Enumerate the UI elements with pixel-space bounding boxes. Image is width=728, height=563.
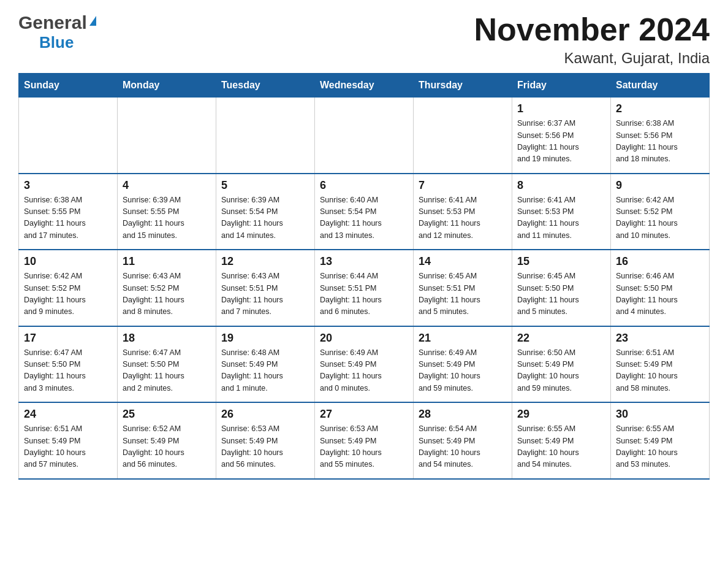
logo-general-text: General: [18, 12, 87, 33]
table-row: 8Sunrise: 6:41 AM Sunset: 5:53 PM Daylig…: [512, 174, 611, 250]
table-row: 22Sunrise: 6:50 AM Sunset: 5:49 PM Dayli…: [512, 326, 611, 403]
day-info: Sunrise: 6:49 AM Sunset: 5:49 PM Dayligh…: [320, 347, 408, 395]
header-monday: Monday: [118, 74, 216, 98]
table-row: [216, 98, 315, 174]
day-number: 13: [320, 255, 408, 268]
day-info: Sunrise: 6:55 AM Sunset: 5:49 PM Dayligh…: [616, 423, 704, 471]
weekday-header-row: Sunday Monday Tuesday Wednesday Thursday…: [19, 74, 710, 98]
day-info: Sunrise: 6:44 AM Sunset: 5:51 PM Dayligh…: [320, 270, 408, 318]
day-number: 22: [517, 332, 605, 345]
table-row: 12Sunrise: 6:43 AM Sunset: 5:51 PM Dayli…: [216, 250, 315, 326]
calendar-week-row: 17Sunrise: 6:47 AM Sunset: 5:50 PM Dayli…: [19, 326, 710, 403]
table-row: 5Sunrise: 6:39 AM Sunset: 5:54 PM Daylig…: [216, 174, 315, 250]
table-row: 27Sunrise: 6:53 AM Sunset: 5:49 PM Dayli…: [315, 402, 414, 479]
table-row: 4Sunrise: 6:39 AM Sunset: 5:55 PM Daylig…: [118, 174, 216, 250]
table-row: 21Sunrise: 6:49 AM Sunset: 5:49 PM Dayli…: [414, 326, 512, 403]
day-info: Sunrise: 6:41 AM Sunset: 5:53 PM Dayligh…: [419, 194, 507, 242]
day-info: Sunrise: 6:42 AM Sunset: 5:52 PM Dayligh…: [616, 194, 704, 242]
table-row: [118, 98, 216, 174]
day-info: Sunrise: 6:54 AM Sunset: 5:49 PM Dayligh…: [419, 423, 507, 471]
day-info: Sunrise: 6:43 AM Sunset: 5:51 PM Dayligh…: [221, 270, 309, 318]
day-info: Sunrise: 6:52 AM Sunset: 5:49 PM Dayligh…: [123, 423, 211, 471]
day-number: 3: [24, 179, 112, 192]
day-number: 6: [320, 179, 408, 192]
table-row: 1Sunrise: 6:37 AM Sunset: 5:56 PM Daylig…: [512, 98, 611, 174]
table-row: 2Sunrise: 6:38 AM Sunset: 5:56 PM Daylig…: [611, 98, 710, 174]
table-row: 16Sunrise: 6:46 AM Sunset: 5:50 PM Dayli…: [611, 250, 710, 326]
day-number: 24: [24, 408, 112, 421]
calendar-header: Sunday Monday Tuesday Wednesday Thursday…: [19, 74, 710, 98]
table-row: 14Sunrise: 6:45 AM Sunset: 5:51 PM Dayli…: [414, 250, 512, 326]
table-row: 13Sunrise: 6:44 AM Sunset: 5:51 PM Dayli…: [315, 250, 414, 326]
calendar-body: 1Sunrise: 6:37 AM Sunset: 5:56 PM Daylig…: [19, 98, 710, 479]
table-row: 25Sunrise: 6:52 AM Sunset: 5:49 PM Dayli…: [118, 402, 216, 479]
header-sunday: Sunday: [19, 74, 118, 98]
calendar-title-block: November 2024 Kawant, Gujarat, India: [474, 12, 710, 67]
header-thursday: Thursday: [414, 74, 512, 98]
table-row: 23Sunrise: 6:51 AM Sunset: 5:49 PM Dayli…: [611, 326, 710, 403]
table-row: 10Sunrise: 6:42 AM Sunset: 5:52 PM Dayli…: [19, 250, 118, 326]
day-info: Sunrise: 6:47 AM Sunset: 5:50 PM Dayligh…: [24, 347, 112, 395]
day-number: 20: [320, 332, 408, 345]
day-info: Sunrise: 6:39 AM Sunset: 5:54 PM Dayligh…: [221, 194, 309, 242]
table-row: 28Sunrise: 6:54 AM Sunset: 5:49 PM Dayli…: [414, 402, 512, 479]
day-number: 5: [221, 179, 309, 192]
table-row: 17Sunrise: 6:47 AM Sunset: 5:50 PM Dayli…: [19, 326, 118, 403]
day-info: Sunrise: 6:41 AM Sunset: 5:53 PM Dayligh…: [517, 194, 605, 242]
table-row: 7Sunrise: 6:41 AM Sunset: 5:53 PM Daylig…: [414, 174, 512, 250]
logo-triangle-icon: [89, 16, 96, 26]
table-row: [315, 98, 414, 174]
table-row: 3Sunrise: 6:38 AM Sunset: 5:55 PM Daylig…: [19, 174, 118, 250]
header-wednesday: Wednesday: [315, 74, 414, 98]
table-row: [19, 98, 118, 174]
table-row: 20Sunrise: 6:49 AM Sunset: 5:49 PM Dayli…: [315, 326, 414, 403]
table-row: 26Sunrise: 6:53 AM Sunset: 5:49 PM Dayli…: [216, 402, 315, 479]
page-header: General Blue November 2024 Kawant, Gujar…: [18, 12, 710, 67]
table-row: 15Sunrise: 6:45 AM Sunset: 5:50 PM Dayli…: [512, 250, 611, 326]
table-row: 30Sunrise: 6:55 AM Sunset: 5:49 PM Dayli…: [611, 402, 710, 479]
logo-blue-text: Blue: [39, 33, 74, 52]
header-tuesday: Tuesday: [216, 74, 315, 98]
calendar-table: Sunday Monday Tuesday Wednesday Thursday…: [18, 73, 710, 480]
day-number: 4: [123, 179, 211, 192]
calendar-subtitle: Kawant, Gujarat, India: [474, 50, 710, 67]
day-number: 27: [320, 408, 408, 421]
day-number: 9: [616, 179, 704, 192]
day-info: Sunrise: 6:53 AM Sunset: 5:49 PM Dayligh…: [320, 423, 408, 471]
day-info: Sunrise: 6:55 AM Sunset: 5:49 PM Dayligh…: [517, 423, 605, 471]
day-number: 17: [24, 332, 112, 345]
table-row: 9Sunrise: 6:42 AM Sunset: 5:52 PM Daylig…: [611, 174, 710, 250]
day-number: 29: [517, 408, 605, 421]
calendar-title: November 2024: [474, 12, 710, 47]
day-number: 23: [616, 332, 704, 345]
day-number: 30: [616, 408, 704, 421]
day-info: Sunrise: 6:38 AM Sunset: 5:56 PM Dayligh…: [616, 118, 704, 166]
day-number: 25: [123, 408, 211, 421]
day-number: 19: [221, 332, 309, 345]
day-number: 28: [419, 408, 507, 421]
day-info: Sunrise: 6:43 AM Sunset: 5:52 PM Dayligh…: [123, 270, 211, 318]
calendar-week-row: 10Sunrise: 6:42 AM Sunset: 5:52 PM Dayli…: [19, 250, 710, 326]
day-number: 26: [221, 408, 309, 421]
day-number: 15: [517, 255, 605, 268]
logo: General Blue: [18, 12, 96, 52]
day-info: Sunrise: 6:40 AM Sunset: 5:54 PM Dayligh…: [320, 194, 408, 242]
table-row: 18Sunrise: 6:47 AM Sunset: 5:50 PM Dayli…: [118, 326, 216, 403]
table-row: [414, 98, 512, 174]
day-info: Sunrise: 6:45 AM Sunset: 5:50 PM Dayligh…: [517, 270, 605, 318]
day-number: 10: [24, 255, 112, 268]
day-number: 14: [419, 255, 507, 268]
day-info: Sunrise: 6:51 AM Sunset: 5:49 PM Dayligh…: [616, 347, 704, 395]
day-number: 7: [419, 179, 507, 192]
day-number: 1: [517, 102, 605, 115]
day-info: Sunrise: 6:39 AM Sunset: 5:55 PM Dayligh…: [123, 194, 211, 242]
table-row: 19Sunrise: 6:48 AM Sunset: 5:49 PM Dayli…: [216, 326, 315, 403]
day-number: 21: [419, 332, 507, 345]
day-number: 16: [616, 255, 704, 268]
calendar-week-row: 24Sunrise: 6:51 AM Sunset: 5:49 PM Dayli…: [19, 402, 710, 479]
calendar-week-row: 1Sunrise: 6:37 AM Sunset: 5:56 PM Daylig…: [19, 98, 710, 174]
table-row: 29Sunrise: 6:55 AM Sunset: 5:49 PM Dayli…: [512, 402, 611, 479]
day-number: 8: [517, 179, 605, 192]
calendar-week-row: 3Sunrise: 6:38 AM Sunset: 5:55 PM Daylig…: [19, 174, 710, 250]
day-info: Sunrise: 6:42 AM Sunset: 5:52 PM Dayligh…: [24, 270, 112, 318]
